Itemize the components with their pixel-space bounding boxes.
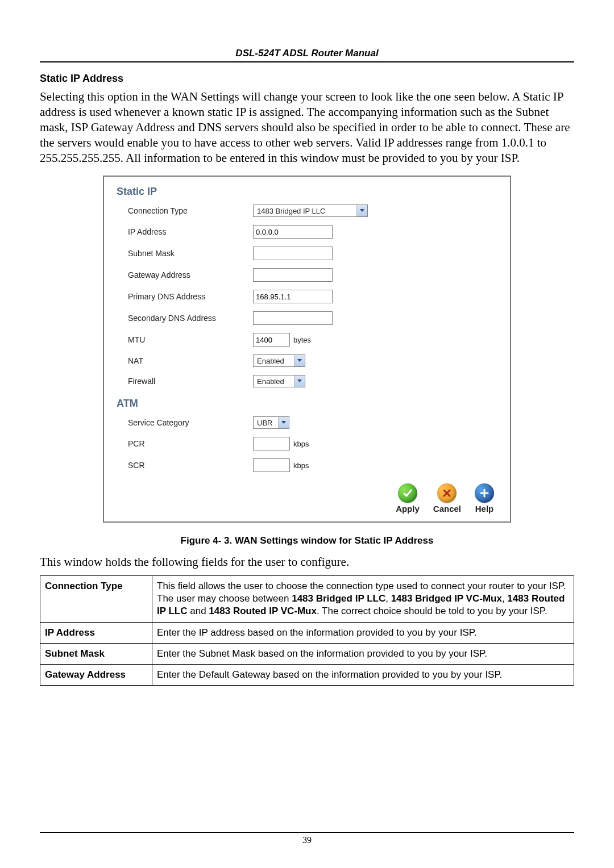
close-icon bbox=[437, 483, 457, 503]
chevron-down-icon bbox=[294, 375, 305, 387]
action-buttons: Apply Cancel Help bbox=[117, 483, 497, 514]
header-divider bbox=[40, 61, 574, 62]
label-gateway: Gateway Address bbox=[128, 270, 253, 279]
service-category-select[interactable]: UBR bbox=[253, 416, 289, 429]
table-row: IP Address Enter the IP address based on… bbox=[40, 622, 574, 643]
cell-label-gateway: Gateway Address bbox=[40, 664, 152, 685]
label-nat: NAT bbox=[128, 356, 253, 365]
service-category-value: UBR bbox=[254, 419, 278, 427]
subnet-mask-input[interactable] bbox=[253, 247, 333, 260]
firewall-select[interactable]: Enabled bbox=[253, 375, 305, 387]
pcr-input[interactable] bbox=[253, 437, 290, 450]
row-ip-address: IP Address bbox=[128, 225, 497, 239]
cancel-label: Cancel bbox=[433, 504, 461, 514]
table-row: Connection Type This field allows the us… bbox=[40, 576, 574, 622]
apply-label: Apply bbox=[396, 504, 420, 514]
label-connection-type: Connection Type bbox=[128, 206, 253, 215]
panel-title-static-ip: Static IP bbox=[117, 186, 497, 198]
label-subnet-mask: Subnet Mask bbox=[128, 249, 253, 258]
followup-text: This window holds the following fields f… bbox=[40, 554, 574, 570]
svg-marker-2 bbox=[297, 379, 302, 382]
secondary-dns-input[interactable] bbox=[253, 311, 333, 325]
label-secondary-dns: Secondary DNS Address bbox=[128, 314, 253, 323]
gateway-address-input[interactable] bbox=[253, 268, 333, 282]
ip-address-input[interactable] bbox=[253, 225, 333, 239]
scr-input[interactable] bbox=[253, 458, 290, 472]
connection-type-value: 1483 Bridged IP LLC bbox=[254, 207, 356, 215]
svg-marker-3 bbox=[281, 421, 286, 424]
nat-select[interactable]: Enabled bbox=[253, 354, 305, 367]
cell-label-ip-address: IP Address bbox=[40, 622, 152, 643]
scr-unit: kbps bbox=[293, 461, 309, 470]
chevron-down-icon bbox=[294, 355, 305, 366]
row-service-category: Service Category UBR bbox=[128, 416, 497, 429]
label-primary-dns: Primary DNS Address bbox=[128, 292, 253, 301]
row-scr: SCR kbps bbox=[128, 458, 497, 472]
document-title: DSL-524T ADSL Router Manual bbox=[40, 48, 574, 59]
row-primary-dns: Primary DNS Address bbox=[128, 290, 497, 303]
section-heading-static-ip: Static IP Address bbox=[40, 73, 574, 85]
cell-desc-gateway: Enter the Default Gateway based on the i… bbox=[152, 664, 574, 685]
label-firewall: Firewall bbox=[128, 377, 253, 386]
label-pcr: PCR bbox=[128, 439, 253, 448]
figure-caption: Figure 4- 3. WAN Settings window for Sta… bbox=[40, 535, 574, 546]
label-service-category: Service Category bbox=[128, 418, 253, 427]
check-icon bbox=[398, 483, 417, 503]
chevron-down-icon bbox=[278, 417, 289, 428]
svg-marker-1 bbox=[297, 359, 302, 362]
row-pcr: PCR kbps bbox=[128, 437, 497, 450]
cell-desc-ip-address: Enter the IP address based on the inform… bbox=[152, 622, 574, 643]
footer-divider bbox=[40, 832, 574, 833]
label-scr: SCR bbox=[128, 461, 253, 470]
row-gateway: Gateway Address bbox=[128, 268, 497, 282]
row-connection-type: Connection Type 1483 Bridged IP LLC bbox=[128, 205, 497, 217]
chevron-down-icon bbox=[356, 205, 367, 216]
field-description-table: Connection Type This field allows the us… bbox=[40, 575, 574, 686]
nat-value: Enabled bbox=[254, 357, 294, 365]
panel-title-atm: ATM bbox=[117, 398, 497, 410]
label-ip-address: IP Address bbox=[128, 227, 253, 236]
mtu-input[interactable] bbox=[253, 333, 290, 347]
firewall-value: Enabled bbox=[254, 377, 294, 386]
plus-icon bbox=[475, 483, 494, 503]
cancel-button[interactable]: Cancel bbox=[433, 483, 461, 514]
row-secondary-dns: Secondary DNS Address bbox=[128, 311, 497, 325]
wan-settings-screenshot: Static IP Connection Type 1483 Bridged I… bbox=[103, 176, 511, 523]
table-row: Subnet Mask Enter the Subnet Mask based … bbox=[40, 643, 574, 664]
cell-label-connection-type: Connection Type bbox=[40, 576, 152, 622]
help-label: Help bbox=[475, 504, 494, 514]
svg-marker-0 bbox=[360, 209, 364, 212]
mtu-unit: bytes bbox=[293, 336, 311, 344]
cell-desc-subnet-mask: Enter the Subnet Mask based on the infor… bbox=[152, 643, 574, 664]
cell-desc-connection-type: This field allows the user to choose the… bbox=[152, 576, 574, 622]
row-subnet-mask: Subnet Mask bbox=[128, 247, 497, 260]
row-mtu: MTU bytes bbox=[128, 333, 497, 347]
help-button[interactable]: Help bbox=[475, 483, 494, 514]
page-number: 39 bbox=[40, 835, 574, 845]
cell-label-subnet-mask: Subnet Mask bbox=[40, 643, 152, 664]
pcr-unit: kbps bbox=[293, 440, 309, 448]
row-firewall: Firewall Enabled bbox=[128, 375, 497, 387]
primary-dns-input[interactable] bbox=[253, 290, 333, 303]
connection-type-select[interactable]: 1483 Bridged IP LLC bbox=[253, 205, 368, 217]
intro-paragraph: Selecting this option in the WAN Setting… bbox=[40, 89, 574, 165]
row-nat: NAT Enabled bbox=[128, 354, 497, 367]
apply-button[interactable]: Apply bbox=[396, 483, 420, 514]
table-row: Gateway Address Enter the Default Gatewa… bbox=[40, 664, 574, 685]
label-mtu: MTU bbox=[128, 335, 253, 344]
